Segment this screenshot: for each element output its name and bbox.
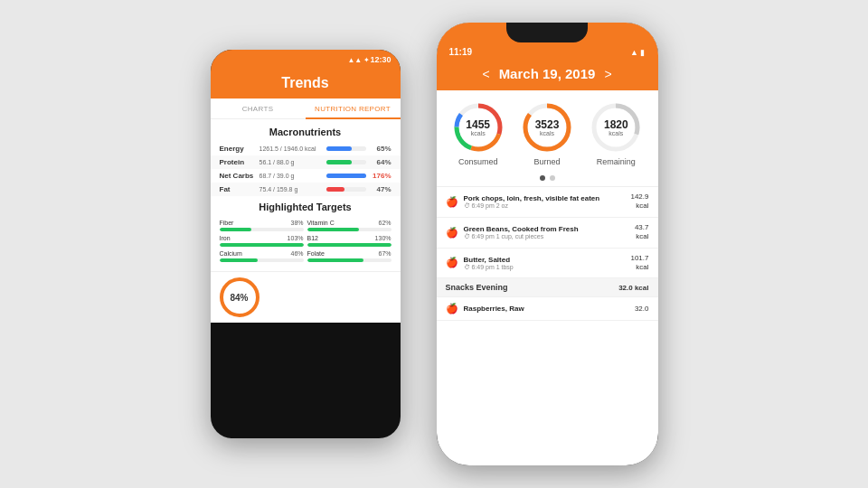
consumed-unit: kcals: [466, 130, 490, 136]
macro-fat-label: Fat: [220, 185, 259, 193]
macro-fat-values: 75.4 / 159.8 g: [259, 186, 323, 192]
remaining-center: 1820 kcals: [604, 119, 628, 136]
macronutrients-title: Macronutrients: [211, 119, 401, 142]
iron-pct: 103%: [288, 235, 304, 241]
highlight-calcium: Calcium 46%: [220, 250, 304, 262]
iron-label: Iron: [220, 235, 231, 241]
macro-carbs-bar: [326, 174, 366, 178]
vitc-fill: [307, 228, 360, 231]
right-phone: 11:19 ▲ ▮ < March 19, 2019 >: [437, 23, 658, 465]
b12-bar: [307, 243, 392, 247]
left-app-title: Trends: [211, 75, 401, 91]
macro-protein-bar: [326, 160, 366, 164]
consumed-donut: 1455 kcals: [452, 101, 505, 154]
macro-energy-values: 1261.5 / 1946.0 kcal: [259, 145, 323, 152]
overall-circle: 84%: [220, 277, 259, 317]
pork-info: Pork chops, loin, fresh, visible fat eat…: [464, 194, 626, 209]
highlight-folate: Folate 67%: [307, 250, 392, 262]
macro-fat-fill: [326, 187, 345, 192]
fiber-fill: [220, 228, 251, 231]
folate-fill: [307, 258, 363, 262]
remaining-label: Remaining: [597, 157, 636, 166]
b12-fill: [307, 243, 392, 247]
left-header: Trends: [211, 70, 401, 99]
macro-carbs-fill: [326, 174, 366, 178]
snacks-name: Snacks Evening: [446, 283, 614, 292]
fiber-pct: 38%: [290, 220, 303, 226]
raspberries-name: Raspberries, Raw: [464, 305, 629, 313]
highlight-fiber: Fiber 38%: [220, 220, 304, 231]
prev-arrow[interactable]: <: [482, 67, 489, 81]
macro-protein-pct: 64%: [370, 158, 392, 166]
circles-row: 1455 kcals Consumed 3523: [437, 90, 658, 172]
burned-value: 3523: [535, 119, 560, 130]
fiber-header: Fiber 38%: [220, 220, 304, 226]
highlight-iron: Iron 103%: [220, 235, 304, 247]
butter-info: Butter, Salted ⏱ 6:49 pm 1 tbsp: [464, 256, 626, 270]
macro-carbs-values: 68.7 / 39.0 g: [259, 173, 323, 179]
pork-icon: 🍎: [446, 196, 458, 208]
circle-burned: 3523 kcals Burned: [521, 101, 573, 166]
food-item-raspberries: 🍎 Raspberries, Raw 32.0: [437, 297, 658, 321]
b12-label: B12: [307, 235, 318, 241]
food-item-butter: 🍎 Butter, Salted ⏱ 6:49 pm 1 tbsp 101.7k…: [437, 249, 658, 279]
dot-2: [550, 175, 555, 181]
highlighted-section: Fiber 38% Iron 103%: [211, 216, 401, 271]
next-arrow[interactable]: >: [604, 67, 611, 81]
tab-nutrition-report[interactable]: NUTRITION REPORT: [306, 99, 401, 119]
vitc-bar: [307, 228, 392, 231]
date-text: March 19, 2019: [499, 66, 596, 81]
butter-name: Butter, Salted: [464, 256, 626, 264]
remaining-unit: kcals: [604, 130, 628, 136]
iron-header: Iron 103%: [220, 235, 304, 241]
beans-detail: ⏱ 6:49 pm 1 cup, cut pieces: [464, 233, 629, 239]
food-item-beans: 🍎 Green Beans, Cooked from Fresh ⏱ 6:49 …: [437, 218, 658, 249]
pork-kcal: 142.9kcal: [630, 192, 648, 211]
highlight-right-col: Vitamin C 62% B12 130%: [307, 220, 392, 266]
calcium-header: Calcium 46%: [220, 250, 304, 257]
macro-energy-fill: [326, 146, 353, 151]
left-phone: ▲▲ ✦ 12:30 Trends CHARTS NUTRITION REPOR…: [211, 50, 401, 438]
vitc-header: Vitamin C 62%: [307, 220, 392, 226]
macro-energy-bar: [326, 146, 366, 151]
left-tabs: CHARTS NUTRITION REPORT: [211, 99, 401, 119]
pork-name: Pork chops, loin, fresh, visible fat eat…: [464, 194, 626, 202]
macro-energy: Energy 1261.5 / 1946.0 kcal 65%: [211, 142, 401, 155]
highlight-b12: B12 130%: [307, 235, 392, 247]
dot-1: [540, 175, 545, 181]
vitc-pct: 62%: [378, 220, 391, 226]
calcium-label: Calcium: [220, 250, 242, 257]
food-item-pork: 🍎 Pork chops, loin, fresh, visible fat e…: [437, 187, 658, 218]
left-signal-icon: ▲▲ ✦: [347, 56, 370, 64]
b12-header: B12 130%: [307, 235, 392, 241]
consumed-value: 1455: [466, 119, 490, 130]
macro-energy-label: Energy: [220, 145, 259, 153]
burned-unit: kcals: [535, 130, 560, 136]
left-status-bar: ▲▲ ✦ 12:30: [211, 50, 401, 70]
highlight-left-col: Fiber 38% Iron 103%: [220, 220, 304, 266]
highlight-grid: Fiber 38% Iron 103%: [220, 220, 392, 266]
burned-center: 3523 kcals: [535, 119, 560, 136]
raspberries-kcal: 32.0: [635, 305, 649, 314]
beans-info: Green Beans, Cooked from Fresh ⏱ 6:49 pm…: [464, 225, 629, 239]
iron-fill: [220, 243, 304, 247]
pork-detail: ⏱ 6:49 pm 2 oz: [464, 202, 626, 209]
vitc-label: Vitamin C: [307, 220, 335, 226]
bottom-row: 84%: [211, 271, 401, 323]
macro-protein-values: 56.1 / 88.0 g: [259, 159, 323, 165]
macro-carbs: Net Carbs 68.7 / 39.0 g 176%: [211, 169, 401, 183]
butter-detail: ⏱ 6:49 pm 1 tbsp: [464, 264, 626, 270]
tab-charts[interactable]: CHARTS: [211, 99, 306, 118]
calcium-fill: [220, 258, 259, 262]
scene: ▲▲ ✦ 12:30 Trends CHARTS NUTRITION REPOR…: [193, 5, 676, 483]
section-snacks: Snacks Evening 32.0 kcal: [437, 278, 658, 297]
butter-kcal: 101.7kcal: [630, 254, 648, 273]
folate-pct: 67%: [378, 250, 391, 257]
folate-header: Folate 67%: [307, 250, 392, 257]
butter-icon: 🍎: [446, 257, 458, 268]
burned-label: Burned: [533, 157, 560, 166]
macro-fat-pct: 47%: [370, 185, 392, 193]
macro-fat: Fat 75.4 / 159.8 g 47%: [211, 183, 401, 196]
folate-bar: [307, 258, 392, 262]
beans-icon: 🍎: [446, 227, 458, 239]
